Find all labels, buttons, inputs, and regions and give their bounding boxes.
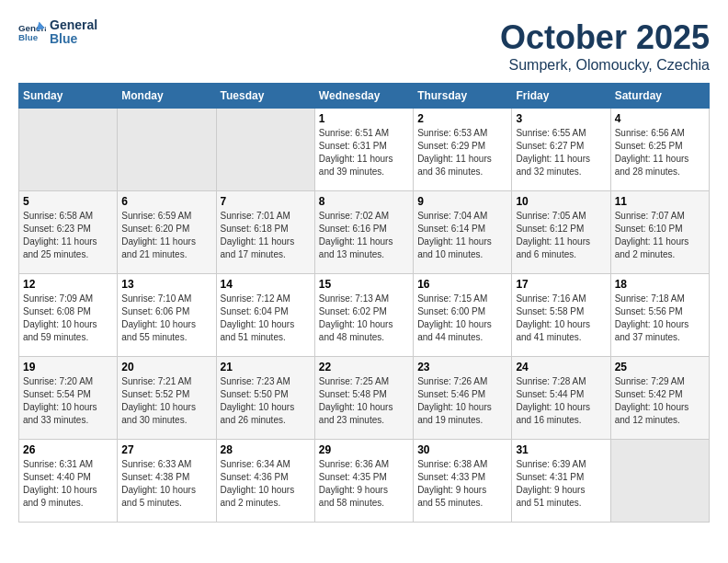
day-number: 29	[319, 443, 409, 456]
day-content: Sunrise: 6:51 AM Sunset: 6:31 PM Dayligh…	[319, 127, 409, 178]
day-content: Sunrise: 7:20 AM Sunset: 5:54 PM Dayligh…	[23, 375, 113, 427]
day-content: Sunrise: 7:26 AM Sunset: 5:46 PM Dayligh…	[417, 375, 507, 427]
calendar-cell: 10Sunrise: 7:05 AM Sunset: 6:12 PM Dayli…	[512, 191, 610, 274]
calendar-cell: 20Sunrise: 7:21 AM Sunset: 5:52 PM Dayli…	[118, 357, 216, 440]
calendar-cell: 30Sunrise: 6:38 AM Sunset: 4:33 PM Dayli…	[414, 440, 512, 523]
day-content: Sunrise: 7:04 AM Sunset: 6:14 PM Dayligh…	[417, 210, 507, 261]
day-header-friday: Friday	[512, 84, 610, 109]
calendar-cell: 8Sunrise: 7:02 AM Sunset: 6:16 PM Daylig…	[314, 191, 413, 274]
calendar-cell: 28Sunrise: 6:34 AM Sunset: 4:36 PM Dayli…	[216, 440, 314, 523]
calendar-cell: 15Sunrise: 7:13 AM Sunset: 6:02 PM Dayli…	[314, 274, 413, 357]
day-header-thursday: Thursday	[414, 84, 512, 109]
day-content: Sunrise: 7:05 AM Sunset: 6:12 PM Dayligh…	[516, 210, 606, 261]
day-header-saturday: Saturday	[610, 84, 709, 109]
day-content: Sunrise: 6:38 AM Sunset: 4:33 PM Dayligh…	[417, 458, 507, 510]
calendar-cell: 21Sunrise: 7:23 AM Sunset: 5:50 PM Dayli…	[216, 357, 314, 440]
calendar-cell: 19Sunrise: 7:20 AM Sunset: 5:54 PM Dayli…	[19, 357, 118, 440]
day-number: 18	[615, 278, 705, 291]
calendar-cell: 14Sunrise: 7:12 AM Sunset: 6:04 PM Dayli…	[216, 274, 314, 357]
day-content: Sunrise: 7:13 AM Sunset: 6:02 PM Dayligh…	[319, 293, 409, 344]
location-subtitle: Sumperk, Olomoucky, Czechia	[500, 57, 710, 74]
calendar-cell: 27Sunrise: 6:33 AM Sunset: 4:38 PM Dayli…	[118, 440, 216, 523]
calendar-cell: 31Sunrise: 6:39 AM Sunset: 4:31 PM Dayli…	[512, 440, 610, 523]
svg-text:Blue: Blue	[18, 32, 39, 42]
day-content: Sunrise: 7:16 AM Sunset: 5:58 PM Dayligh…	[516, 293, 606, 344]
calendar-cell: 16Sunrise: 7:15 AM Sunset: 6:00 PM Dayli…	[414, 274, 512, 357]
title-block: October 2025 Sumperk, Olomoucky, Czechia	[500, 18, 710, 74]
calendar-cell: 2Sunrise: 6:53 AM Sunset: 6:29 PM Daylig…	[414, 109, 512, 191]
day-content: Sunrise: 7:09 AM Sunset: 6:08 PM Dayligh…	[23, 293, 113, 344]
day-content: Sunrise: 6:36 AM Sunset: 4:35 PM Dayligh…	[319, 458, 409, 510]
calendar-cell: 3Sunrise: 6:55 AM Sunset: 6:27 PM Daylig…	[512, 109, 610, 191]
calendar-cell: 7Sunrise: 7:01 AM Sunset: 6:18 PM Daylig…	[216, 191, 314, 274]
day-content: Sunrise: 6:33 AM Sunset: 4:38 PM Dayligh…	[121, 458, 211, 510]
calendar-cell	[216, 109, 314, 191]
day-number: 25	[615, 361, 705, 373]
calendar-cell: 24Sunrise: 7:28 AM Sunset: 5:44 PM Dayli…	[512, 357, 610, 440]
day-number: 16	[417, 278, 507, 291]
day-number: 17	[516, 278, 606, 291]
calendar-cell: 11Sunrise: 7:07 AM Sunset: 6:10 PM Dayli…	[610, 191, 709, 274]
day-number: 5	[23, 195, 113, 208]
day-content: Sunrise: 6:39 AM Sunset: 4:31 PM Dayligh…	[516, 458, 606, 510]
day-content: Sunrise: 7:01 AM Sunset: 6:18 PM Dayligh…	[221, 210, 311, 261]
day-number: 3	[516, 112, 606, 125]
calendar-cell: 18Sunrise: 7:18 AM Sunset: 5:56 PM Dayli…	[610, 274, 709, 357]
day-number: 1	[319, 112, 409, 125]
day-content: Sunrise: 7:07 AM Sunset: 6:10 PM Dayligh…	[615, 210, 705, 261]
day-content: Sunrise: 7:12 AM Sunset: 6:04 PM Dayligh…	[221, 293, 311, 344]
day-content: Sunrise: 6:34 AM Sunset: 4:36 PM Dayligh…	[221, 458, 311, 510]
day-number: 30	[417, 443, 507, 456]
day-number: 28	[221, 443, 311, 456]
day-header-wednesday: Wednesday	[314, 84, 413, 109]
day-header-sunday: Sunday	[19, 84, 118, 109]
calendar-cell: 22Sunrise: 7:25 AM Sunset: 5:48 PM Dayli…	[314, 357, 413, 440]
calendar-cell: 5Sunrise: 6:58 AM Sunset: 6:23 PM Daylig…	[19, 191, 118, 274]
day-number: 9	[417, 195, 507, 208]
day-number: 31	[516, 443, 606, 456]
calendar-cell: 26Sunrise: 6:31 AM Sunset: 4:40 PM Dayli…	[19, 440, 118, 523]
day-number: 27	[121, 443, 211, 456]
day-number: 13	[121, 278, 211, 291]
day-number: 2	[417, 112, 507, 125]
day-number: 24	[516, 361, 606, 373]
day-content: Sunrise: 6:55 AM Sunset: 6:27 PM Dayligh…	[516, 127, 606, 178]
day-number: 6	[121, 195, 211, 208]
calendar-cell	[610, 440, 709, 523]
day-number: 14	[221, 278, 311, 291]
calendar-cell: 6Sunrise: 6:59 AM Sunset: 6:20 PM Daylig…	[118, 191, 216, 274]
day-header-monday: Monday	[118, 84, 216, 109]
day-content: Sunrise: 6:56 AM Sunset: 6:25 PM Dayligh…	[615, 127, 705, 178]
calendar-cell: 1Sunrise: 6:51 AM Sunset: 6:31 PM Daylig…	[314, 109, 413, 191]
day-number: 23	[417, 361, 507, 373]
calendar-cell: 4Sunrise: 6:56 AM Sunset: 6:25 PM Daylig…	[610, 109, 709, 191]
day-number: 22	[319, 361, 409, 373]
logo: General Blue General Blue	[18, 18, 97, 47]
day-number: 8	[319, 195, 409, 208]
day-number: 21	[221, 361, 311, 373]
calendar-cell: 17Sunrise: 7:16 AM Sunset: 5:58 PM Dayli…	[512, 274, 610, 357]
calendar-cell: 29Sunrise: 6:36 AM Sunset: 4:35 PM Dayli…	[314, 440, 413, 523]
calendar-cell	[19, 109, 118, 191]
month-title: October 2025	[500, 18, 710, 57]
day-number: 20	[121, 361, 211, 373]
day-content: Sunrise: 6:53 AM Sunset: 6:29 PM Dayligh…	[417, 127, 507, 178]
day-number: 15	[319, 278, 409, 291]
day-number: 26	[23, 443, 113, 456]
calendar-cell: 23Sunrise: 7:26 AM Sunset: 5:46 PM Dayli…	[414, 357, 512, 440]
calendar-cell: 25Sunrise: 7:29 AM Sunset: 5:42 PM Dayli…	[610, 357, 709, 440]
day-content: Sunrise: 6:59 AM Sunset: 6:20 PM Dayligh…	[121, 210, 211, 261]
day-content: Sunrise: 6:58 AM Sunset: 6:23 PM Dayligh…	[23, 210, 113, 261]
day-content: Sunrise: 7:10 AM Sunset: 6:06 PM Dayligh…	[121, 293, 211, 344]
calendar-cell: 13Sunrise: 7:10 AM Sunset: 6:06 PM Dayli…	[118, 274, 216, 357]
calendar-cell	[118, 109, 216, 191]
day-header-tuesday: Tuesday	[216, 84, 314, 109]
day-number: 19	[23, 361, 113, 373]
page-header: General Blue General Blue October 2025 S…	[18, 18, 710, 74]
day-number: 11	[615, 195, 705, 208]
day-content: Sunrise: 7:21 AM Sunset: 5:52 PM Dayligh…	[121, 375, 211, 427]
day-number: 7	[221, 195, 311, 208]
day-content: Sunrise: 7:23 AM Sunset: 5:50 PM Dayligh…	[221, 375, 311, 427]
day-content: Sunrise: 7:25 AM Sunset: 5:48 PM Dayligh…	[319, 375, 409, 427]
day-content: Sunrise: 7:18 AM Sunset: 5:56 PM Dayligh…	[615, 293, 705, 344]
